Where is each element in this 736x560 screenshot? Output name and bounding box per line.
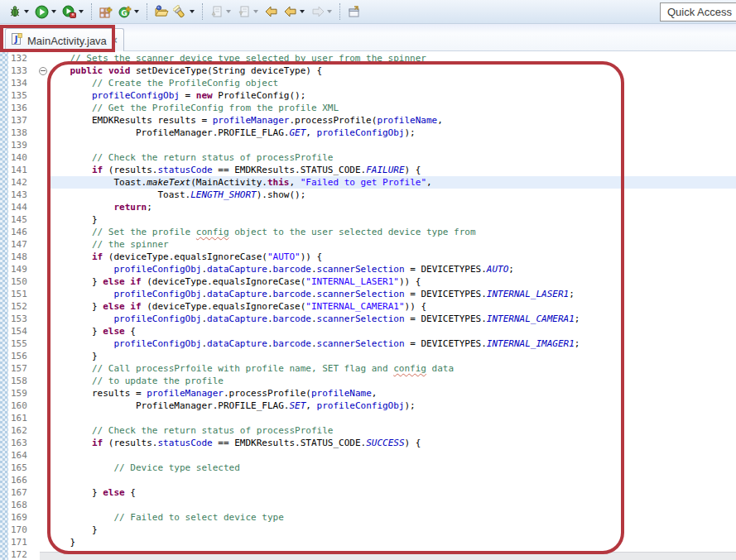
code-line-154[interactable]: } else { [48, 325, 736, 337]
line-number[interactable]: 156 [8, 350, 38, 362]
code-line-149[interactable]: profileConfigObj.dataCapture.barcode.sca… [48, 263, 736, 275]
line-number[interactable]: 153 [8, 313, 38, 325]
code-line-163[interactable]: if (results.statusCode == EMDKResults.ST… [48, 437, 736, 449]
link-with-editor-icon[interactable] [344, 2, 363, 21]
line-number[interactable]: 168 [8, 499, 38, 511]
forward-icon[interactable] [308, 2, 327, 21]
code-line-171[interactable]: } [48, 536, 736, 548]
code-line-151[interactable]: profileConfigObj.dataCapture.barcode.sca… [48, 288, 736, 300]
line-number[interactable]: 157 [8, 362, 38, 375]
open-folder-icon[interactable] [152, 2, 171, 21]
code-line-140[interactable]: // Check the return status of processPro… [48, 151, 736, 164]
line-number[interactable]: 160 [8, 400, 38, 412]
line-number[interactable]: 161 [8, 412, 38, 424]
debug-icon[interactable] [5, 2, 24, 21]
code-line-162[interactable]: // Check the return status of processPro… [48, 424, 736, 437]
run-dropdown-icon[interactable] [51, 10, 56, 13]
code-pane[interactable]: // Sets the scanner device type selected… [48, 51, 736, 560]
code-line-134[interactable]: // Create the ProfileConfig object [48, 77, 736, 89]
previous-annotation-icon[interactable] [207, 2, 226, 21]
code-line-144[interactable]: return; [48, 201, 736, 213]
line-number[interactable]: 172 [8, 548, 38, 560]
line-number[interactable]: 148 [8, 251, 38, 263]
code-line-139[interactable] [48, 139, 736, 151]
line-number[interactable]: 149 [8, 263, 38, 275]
line-number[interactable]: 164 [8, 449, 38, 462]
code-line-148[interactable]: if (deviceType.equalsIgnoreCase("AUTO"))… [48, 251, 736, 263]
new-class-icon[interactable]: G [115, 2, 134, 21]
line-number[interactable]: 134 [8, 77, 38, 89]
line-number[interactable]: 140 [8, 151, 38, 164]
back-icon[interactable] [281, 2, 300, 21]
code-line-132[interactable]: // Sets the scanner device type selected… [48, 52, 736, 65]
line-number[interactable]: 152 [8, 300, 38, 313]
line-number[interactable]: 162 [8, 424, 38, 437]
line-number[interactable]: 147 [8, 238, 38, 251]
code-line-147[interactable]: // the spinner [48, 238, 736, 251]
line-number[interactable]: 159 [8, 387, 38, 400]
line-number[interactable]: 151 [8, 288, 38, 300]
last-edit-location-icon[interactable] [262, 2, 281, 21]
line-number[interactable]: 166 [8, 474, 38, 486]
forward-dropdown-icon[interactable] [327, 10, 332, 13]
line-number[interactable]: 135 [8, 89, 38, 102]
code-line-136[interactable]: // Get the ProfileConfig from the profil… [48, 102, 736, 114]
code-line-138[interactable]: ProfileManager.PROFILE_FLAG.GET, profile… [48, 127, 736, 139]
line-number[interactable]: 150 [8, 275, 38, 288]
line-number[interactable]: 146 [8, 226, 38, 238]
code-line-161[interactable] [48, 412, 736, 424]
code-line-142[interactable]: Toast.makeText(MainActivity.this, "Faile… [48, 176, 736, 189]
line-number[interactable]: 136 [8, 102, 38, 114]
search-icon[interactable] [171, 2, 190, 21]
line-number[interactable]: 165 [8, 462, 38, 474]
line-number[interactable]: 163 [8, 437, 38, 449]
code-line-169[interactable]: // Failed to select device type [48, 511, 736, 524]
code-line-165[interactable]: // Device type selected [48, 462, 736, 474]
search-dropdown-icon[interactable] [190, 10, 195, 13]
line-number[interactable]: 167 [8, 486, 38, 499]
code-line-155[interactable]: profileConfigObj.dataCapture.barcode.sca… [48, 337, 736, 350]
code-line-170[interactable]: } [48, 524, 736, 536]
line-number[interactable]: 169 [8, 511, 38, 524]
line-number[interactable]: 138 [8, 127, 38, 139]
line-number[interactable]: 155 [8, 337, 38, 350]
debug-dropdown-icon[interactable] [24, 10, 29, 13]
horizontal-scrollbar[interactable] [40, 552, 736, 560]
code-line-166[interactable] [48, 474, 736, 486]
code-line-135[interactable]: profileConfigObj = new ProfileConfig(); [48, 89, 736, 102]
line-number[interactable]: 170 [8, 524, 38, 536]
line-number[interactable]: 137 [8, 114, 38, 127]
line-number[interactable]: 139 [8, 139, 38, 151]
fold-collapse-icon[interactable] [39, 67, 47, 75]
code-line-146[interactable]: // Set the profile config object to the … [48, 226, 736, 238]
coverage-icon[interactable] [60, 2, 79, 21]
code-line-153[interactable]: profileConfigObj.dataCapture.barcode.sca… [48, 313, 736, 325]
line-number[interactable]: 171 [8, 536, 38, 548]
code-line-137[interactable]: EMDKResults results = profileManager.pro… [48, 114, 736, 127]
code-line-143[interactable]: Toast.LENGTH_SHORT).show(); [48, 189, 736, 201]
code-line-159[interactable]: results = profileManager.processProfile(… [48, 387, 736, 400]
quick-access-box[interactable]: Quick Access [660, 2, 736, 22]
code-line-158[interactable]: // to update the profile [48, 375, 736, 387]
new-class-dropdown-icon[interactable] [134, 10, 139, 13]
code-line-145[interactable]: } [48, 213, 736, 226]
line-number[interactable]: 145 [8, 213, 38, 226]
new-java-project-icon[interactable] [96, 2, 115, 21]
back-dropdown-icon[interactable] [300, 10, 305, 13]
line-number[interactable]: 154 [8, 325, 38, 337]
code-line-164[interactable] [48, 449, 736, 462]
line-number[interactable]: 143 [8, 189, 38, 201]
annotation-ruler[interactable] [0, 51, 8, 560]
next-annotation-icon[interactable] [234, 2, 253, 21]
line-number[interactable]: 132 [8, 52, 38, 65]
code-line-167[interactable]: } else { [48, 486, 736, 499]
code-line-150[interactable]: } else if (deviceType.equalsIgnoreCase("… [48, 275, 736, 288]
line-number[interactable]: 144 [8, 201, 38, 213]
line-number[interactable]: 133 [8, 65, 38, 77]
tab-mainactivity[interactable]: J MainActivity.java × [5, 28, 124, 52]
line-number[interactable]: 158 [8, 375, 38, 387]
code-line-157[interactable]: // Call processPrfoile with profile name… [48, 362, 736, 375]
coverage-dropdown-icon[interactable] [79, 10, 84, 13]
code-line-156[interactable]: } [48, 350, 736, 362]
code-line-160[interactable]: ProfileManager.PROFILE_FLAG.SET, profile… [48, 400, 736, 412]
